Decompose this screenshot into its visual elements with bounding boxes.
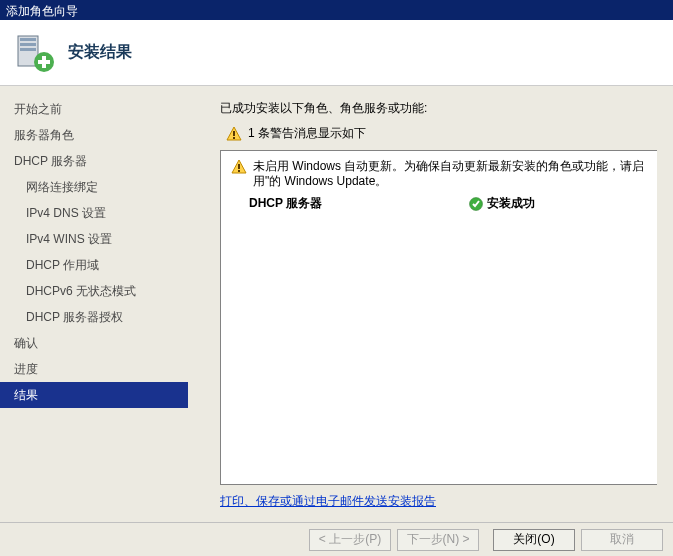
update-warning-text: 未启用 Windows 自动更新。为确保自动更新最新安装的角色或功能，请启用"的… [253,159,647,189]
intro-text: 已成功安装以下角色、角色服务或功能: [220,100,657,117]
wizard-footer: < 上一步(P) 下一步(N) > 关闭(O) 取消 [0,522,673,556]
sidebar-item-10[interactable]: 进度 [0,356,188,382]
sidebar-item-5[interactable]: IPv4 WINS 设置 [0,226,188,252]
update-warning-row: 未启用 Windows 自动更新。为确保自动更新最新安装的角色或功能，请启用"的… [231,159,647,189]
sidebar-item-0[interactable]: 开始之前 [0,96,188,122]
warning-icon [226,126,242,142]
sidebar-item-1[interactable]: 服务器角色 [0,122,188,148]
svg-rect-2 [20,43,36,46]
close-button[interactable]: 关闭(O) [493,529,575,551]
svg-rect-1 [20,38,36,41]
role-name: DHCP 服务器 [249,195,469,212]
sidebar-item-8[interactable]: DHCP 服务器授权 [0,304,188,330]
cancel-button: 取消 [581,529,663,551]
svg-rect-9 [233,137,235,139]
svg-rect-8 [233,131,235,136]
sidebar-item-9[interactable]: 确认 [0,330,188,356]
next-button: 下一步(N) > [397,529,479,551]
prev-button: < 上一步(P) [309,529,391,551]
page-title: 安装结果 [68,42,132,63]
success-icon [469,197,483,211]
window-titlebar: 添加角色向导 [0,0,673,20]
report-link[interactable]: 打印、保存或通过电子邮件发送安装报告 [220,493,657,510]
role-status: 安装成功 [487,195,535,212]
sidebar-item-4[interactable]: IPv4 DNS 设置 [0,200,188,226]
warning-summary-row: 1 条警告消息显示如下 [220,125,657,142]
sidebar-item-3[interactable]: 网络连接绑定 [0,174,188,200]
warning-summary-text: 1 条警告消息显示如下 [248,125,366,142]
sidebar-item-6[interactable]: DHCP 作用域 [0,252,188,278]
role-result-row: DHCP 服务器 安装成功 [231,195,647,212]
warning-icon [231,159,247,175]
main-panel: 已成功安装以下角色、角色服务或功能: 1 条警告消息显示如下 [188,86,673,522]
svg-rect-12 [238,170,240,172]
sidebar-item-2[interactable]: DHCP 服务器 [0,148,188,174]
sidebar-item-11[interactable]: 结果 [0,382,188,408]
svg-rect-3 [20,48,36,51]
wizard-sidebar: 开始之前服务器角色DHCP 服务器网络连接绑定IPv4 DNS 设置IPv4 W… [0,86,188,522]
sidebar-item-7[interactable]: DHCPv6 无状态模式 [0,278,188,304]
server-add-icon [14,32,56,74]
wizard-body: 开始之前服务器角色DHCP 服务器网络连接绑定IPv4 DNS 设置IPv4 W… [0,86,673,522]
wizard-header: 安装结果 [0,20,673,86]
window-title: 添加角色向导 [6,4,78,18]
results-box: 未启用 Windows 自动更新。为确保自动更新最新安装的角色或功能，请启用"的… [220,150,657,485]
svg-rect-11 [238,164,240,169]
svg-rect-6 [38,60,50,64]
